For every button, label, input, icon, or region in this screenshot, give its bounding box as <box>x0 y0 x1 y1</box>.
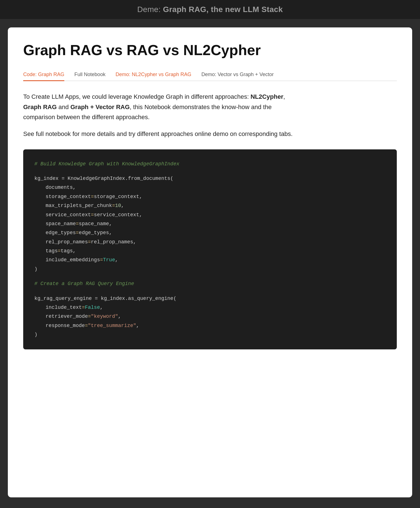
code-param-documents: documents, <box>34 183 386 192</box>
code-close-paren-2: ) <box>34 330 386 339</box>
description-bold1: NL2Cypher <box>251 93 283 100</box>
see-full-text: See full notebook for more details and t… <box>23 129 397 139</box>
code-param-service-context: service_context=service_context, <box>34 210 386 219</box>
description-part1: To Create LLM Apps, we could leverage Kn… <box>23 93 251 100</box>
code-comment-1: # Build Knowledge Graph with KnowledgeGr… <box>34 159 386 168</box>
code-param-space-name: space_name=space_name, <box>34 219 386 228</box>
code-param-max-triplets: max_triplets_per_chunk=10, <box>34 201 386 210</box>
description-paragraph: To Create LLM Apps, we could leverage Kn… <box>23 92 297 122</box>
tab-full-notebook[interactable]: Full Notebook <box>74 69 105 81</box>
tab-code-graph-rag[interactable]: Code: Graph RAG <box>23 69 64 81</box>
code-param-retriever-mode: retriever_mode="keyword", <box>34 312 386 321</box>
code-param-storage-context: storage_context=storage_context, <box>34 192 386 201</box>
code-block: # Build Knowledge Graph with KnowledgeGr… <box>23 149 397 349</box>
code-param-edge-types: edge_types=edge_types, <box>34 228 386 237</box>
description-bold2: Graph RAG <box>23 104 57 110</box>
code-comment-2: # Create a Graph RAG Query Engine <box>34 279 386 288</box>
main-container: Graph RAG vs RAG vs NL2Cypher Code: Grap… <box>8 27 412 497</box>
code-param-tags: tags=tags, <box>34 246 386 255</box>
tab-demo-vector[interactable]: Demo: Vector vs Graph + Vector <box>201 69 274 81</box>
description-bold3: Graph + Vector RAG <box>70 104 130 110</box>
tabs-nav: Code: Graph RAG Full Notebook Demo: NL2C… <box>23 69 397 81</box>
description-sep1: , <box>283 93 285 100</box>
page-title: Graph RAG vs RAG vs NL2Cypher <box>23 41 397 59</box>
code-param-rel-prop-names: rel_prop_names=rel_prop_names, <box>34 237 386 246</box>
code-param-include-embeddings: include_embeddings=True, <box>34 255 386 264</box>
code-line-kg-rag: kg_rag_query_engine = kg_index.as_query_… <box>34 294 386 303</box>
top-bar-text: Deme: Graph RAG, the new LLM Stack <box>137 5 283 14</box>
code-close-paren-1: ) <box>34 265 386 274</box>
description-part2: and <box>57 104 70 110</box>
tab-demo-nl2cypher[interactable]: Demo: NL2Cypher vs Graph RAG <box>115 69 191 81</box>
code-param-response-mode: response_mode="tree_summarize", <box>34 321 386 330</box>
top-bar: Deme: Graph RAG, the new LLM Stack <box>0 0 420 19</box>
code-line-kg-index: kg_index = KnowledgeGraphIndex.from_docu… <box>34 174 386 183</box>
code-param-include-text: include_text=False, <box>34 303 386 312</box>
